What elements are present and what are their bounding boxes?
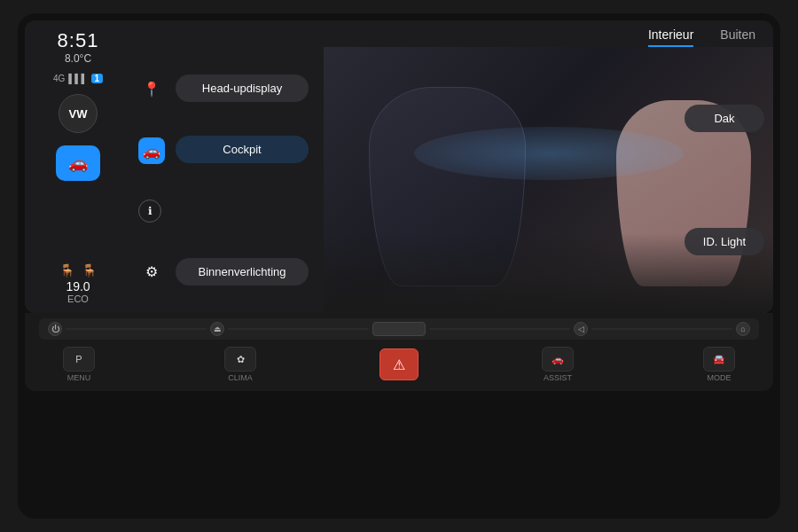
power-button[interactable]: ⏻ (48, 322, 62, 336)
assist-icon: 🚗 (552, 354, 564, 365)
main-frame: 8:51 8.0°C 4G ▌▌▌ 1 VW 🚗 🪑 🪑 19.0 ECO (18, 13, 780, 519)
menu-physical-button[interactable]: P MENU (57, 347, 101, 382)
strip-divider-1 (66, 328, 207, 330)
strip-divider-3 (429, 328, 570, 330)
settings-icon[interactable]: ⚙ (138, 258, 165, 285)
mode-label: MODE (708, 373, 732, 382)
mode-physical-button[interactable]: 🚘 MODE (697, 347, 741, 382)
seat-heat-left-icon[interactable]: 🪑 (59, 263, 74, 278)
car-ambient-light (414, 127, 684, 180)
signal-bars: ▌▌▌ (68, 74, 87, 83)
infotainment-screen: 8:51 8.0°C 4G ▌▌▌ 1 VW 🚗 🪑 🪑 19.0 ECO (25, 20, 773, 313)
top-strip: ⏻ ⏏ ◁ ⌂ (39, 318, 759, 340)
assist-label: ASSIST (544, 373, 572, 382)
menu-p-label: P (75, 354, 82, 364)
slider-control[interactable] (372, 322, 426, 336)
eco-label: ECO (32, 293, 124, 304)
cockpit-button[interactable]: Cockpit (176, 136, 309, 163)
tab-buiten[interactable]: Buiten (720, 27, 755, 47)
strip-divider-2 (228, 328, 369, 330)
time-display: 8:51 (32, 29, 124, 52)
seat-heat-icons: 🪑 🪑 (32, 263, 124, 278)
mode-btn-icon: 🚘 (703, 347, 735, 372)
clima-btn-icon: ✿ (224, 347, 256, 372)
hazard-icon: ⚠ (393, 356, 405, 373)
main-content: Interieur Buiten 📍 🚗 (131, 20, 773, 313)
content-area: 📍 🚗 ℹ ⚙ Head-updisplay Cockpit Binnenv (131, 47, 773, 313)
signal-row: 4G ▌▌▌ 1 (32, 74, 124, 83)
vw-logo[interactable]: VW (59, 94, 98, 133)
clima-icon: ✿ (237, 354, 245, 365)
vw-logo-text: VW (69, 107, 88, 121)
physical-controls: ⏻ ⏏ ◁ ⌂ P MENU ✿ CLIMA (25, 313, 773, 391)
outside-temp: 8.0°C (32, 52, 124, 65)
tab-interieur[interactable]: Interieur (648, 27, 693, 47)
menu-btn-icon: P (63, 347, 95, 372)
signal-text: 4G (53, 74, 65, 83)
menu-label: MENU (67, 373, 91, 382)
car-menu-button[interactable]: 🚗 (56, 145, 100, 181)
right-buttons: Dak ID. Light (685, 47, 764, 313)
head-updisplay-button[interactable]: Head-updisplay (176, 74, 309, 102)
mode-icon: 🚘 (713, 354, 725, 365)
car-icon: 🚗 (68, 153, 88, 173)
binnenverlichting-button[interactable]: Binnenverlichting (176, 258, 309, 286)
car-cockpit-icon[interactable]: 🚗 (138, 137, 165, 164)
cabin-temp: 19.0 (32, 279, 124, 293)
clima-label: CLIMA (228, 373, 253, 382)
assist-btn-icon: 🚗 (542, 347, 574, 372)
info-icon[interactable]: ℹ (138, 200, 161, 223)
location-icon[interactable]: 📍 (138, 75, 165, 102)
home-button[interactable]: ⌂ (736, 322, 750, 336)
strip-divider-4 (591, 328, 732, 330)
hazard-button[interactable]: ⚠ (379, 348, 419, 380)
id-light-button[interactable]: ID. Light (685, 228, 764, 255)
back-button[interactable]: ◁ (574, 322, 588, 336)
seat-heat-right-icon[interactable]: 🪑 (82, 263, 97, 278)
dak-button[interactable]: Dak (685, 105, 764, 132)
clima-physical-button[interactable]: ✿ CLIMA (218, 347, 262, 382)
network-badge: 1 (91, 74, 104, 83)
tab-bar: Interieur Buiten (131, 20, 773, 47)
time-section: 8:51 8.0°C (32, 29, 124, 65)
sidebar: 8:51 8.0°C 4G ▌▌▌ 1 VW 🚗 🪑 🪑 19.0 ECO (25, 20, 131, 313)
assist-physical-button[interactable]: 🚗 ASSIST (536, 347, 580, 382)
bottom-buttons-row: P MENU ✿ CLIMA ⚠ 🚗 ASSIST (39, 343, 759, 386)
eco-section: 🪑 🪑 19.0 ECO (32, 263, 124, 304)
eject-button[interactable]: ⏏ (210, 322, 224, 336)
